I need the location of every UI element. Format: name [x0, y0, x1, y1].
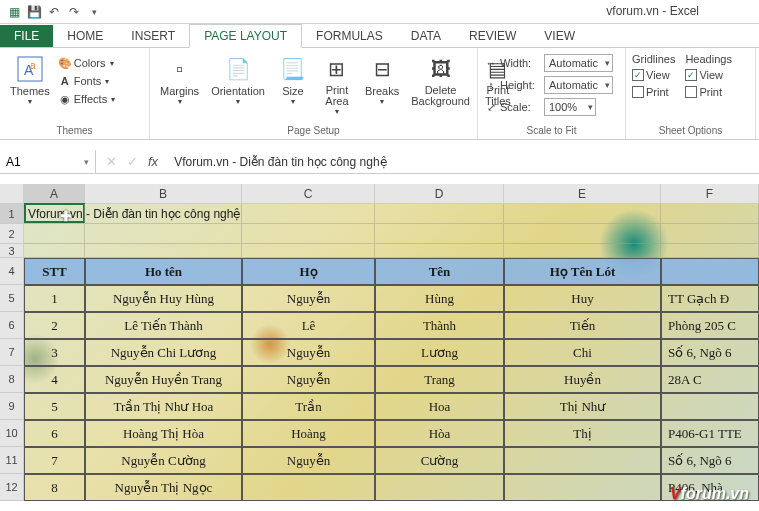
tab-page-layout[interactable]: PAGE LAYOUT [189, 24, 302, 48]
table-cell[interactable]: Nguyễn [242, 285, 375, 312]
table-cell[interactable]: Nguyễn Chi Lương [85, 339, 242, 366]
tab-file[interactable]: FILE [0, 25, 53, 47]
table-cell[interactable]: Trần [242, 393, 375, 420]
select-all-corner[interactable] [0, 184, 24, 204]
tab-formulas[interactable]: FORMULAS [302, 25, 397, 47]
table-cell[interactable]: Hòa [375, 420, 504, 447]
table-cell[interactable]: Hoa [375, 393, 504, 420]
table-cell[interactable]: 1 [24, 285, 85, 312]
table-cell[interactable] [375, 474, 504, 501]
themes-button[interactable]: Aa Themes ▾ [6, 51, 54, 123]
table-cell[interactable] [242, 474, 375, 501]
row-header[interactable]: 5 [0, 285, 24, 312]
name-box[interactable]: A1▾ [0, 150, 96, 173]
table-cell[interactable] [504, 474, 661, 501]
table-cell[interactable]: 7 [24, 447, 85, 474]
gridlines-print-checkbox[interactable]: Print [632, 85, 675, 99]
cell[interactable] [85, 244, 242, 258]
table-cell[interactable]: 28A C [661, 366, 759, 393]
col-header-a[interactable]: A [24, 184, 85, 204]
table-cell[interactable]: Nguyễn [242, 339, 375, 366]
table-cell[interactable]: Nguyễn Huy Hùng [85, 285, 242, 312]
print-area-button[interactable]: ⊞Print Area▾ [317, 51, 357, 123]
header-ho[interactable]: Họ [242, 258, 375, 285]
col-header-b[interactable]: B [85, 184, 242, 204]
row-header[interactable]: 10 [0, 420, 24, 447]
table-cell[interactable]: Huy [504, 285, 661, 312]
cell[interactable] [242, 204, 375, 224]
table-cell[interactable]: Thị [504, 420, 661, 447]
row-header-2[interactable]: 2 [0, 224, 24, 244]
undo-icon[interactable]: ↶ [46, 4, 62, 20]
table-cell[interactable]: Cường [375, 447, 504, 474]
width-combo[interactable]: Automatic [544, 54, 613, 72]
col-header-e[interactable]: E [504, 184, 661, 204]
table-cell[interactable]: Hùng [375, 285, 504, 312]
cell[interactable] [375, 244, 504, 258]
header-f[interactable] [661, 258, 759, 285]
table-cell[interactable]: Nguyễn Huyền Trang [85, 366, 242, 393]
col-header-c[interactable]: C [242, 184, 375, 204]
cell[interactable] [661, 244, 759, 258]
headings-print-checkbox[interactable]: Print [685, 85, 731, 99]
tab-insert[interactable]: INSERT [117, 25, 189, 47]
colors-button[interactable]: 🎨Colors▾ [58, 55, 115, 71]
scale-combo[interactable]: 100% [544, 98, 596, 116]
headings-view-checkbox[interactable]: ✓View [685, 68, 731, 82]
cell[interactable] [242, 224, 375, 244]
cell[interactable] [24, 224, 85, 244]
row-header[interactable]: 11 [0, 447, 24, 474]
cell[interactable] [242, 244, 375, 258]
table-cell[interactable]: 4 [24, 366, 85, 393]
cell[interactable] [661, 204, 759, 224]
table-cell[interactable]: Nguyễn [242, 366, 375, 393]
table-cell[interactable]: Hoàng [242, 420, 375, 447]
table-cell[interactable]: Lê [242, 312, 375, 339]
table-cell[interactable]: 3 [24, 339, 85, 366]
breaks-button[interactable]: ⊟Breaks▾ [361, 51, 403, 123]
delete-background-button[interactable]: 🖼Delete Background [407, 51, 474, 123]
table-cell[interactable]: Thành [375, 312, 504, 339]
table-cell[interactable]: 2 [24, 312, 85, 339]
table-cell[interactable]: 5 [24, 393, 85, 420]
save-icon[interactable]: 💾 [26, 4, 42, 20]
tab-view[interactable]: VIEW [530, 25, 589, 47]
header-hotenlot[interactable]: Họ Tên Lót [504, 258, 661, 285]
table-cell[interactable]: Trang [375, 366, 504, 393]
cell[interactable] [85, 224, 242, 244]
margins-button[interactable]: ▫Margins▾ [156, 51, 203, 123]
table-cell[interactable]: Phòng 205 C [661, 312, 759, 339]
redo-icon[interactable]: ↷ [66, 4, 82, 20]
enter-icon[interactable]: ✓ [127, 154, 138, 169]
table-cell[interactable]: Lê Tiến Thành [85, 312, 242, 339]
header-ten[interactable]: Tên [375, 258, 504, 285]
table-cell[interactable]: 8 [24, 474, 85, 501]
table-cell[interactable] [661, 393, 759, 420]
table-cell[interactable]: Nguyễn Thị Ngọc [85, 474, 242, 501]
table-cell[interactable]: Số 6, Ngõ 6 [661, 447, 759, 474]
tab-data[interactable]: DATA [397, 25, 455, 47]
cell[interactable] [375, 224, 504, 244]
row-header[interactable]: 6 [0, 312, 24, 339]
cell[interactable] [375, 204, 504, 224]
effects-button[interactable]: ◉Effects▾ [58, 91, 115, 107]
row-header[interactable]: 12 [0, 474, 24, 501]
table-cell[interactable]: Tiến [504, 312, 661, 339]
gridlines-view-checkbox[interactable]: ✓View [632, 68, 675, 82]
cell[interactable] [504, 224, 661, 244]
table-cell[interactable]: TT Gạch Đ [661, 285, 759, 312]
row-header-3[interactable]: 3 [0, 244, 24, 258]
row-header-4[interactable]: 4 [0, 258, 24, 285]
table-cell[interactable]: Nguyễn [242, 447, 375, 474]
table-cell[interactable]: Nguyễn Cường [85, 447, 242, 474]
table-cell[interactable]: Huyền [504, 366, 661, 393]
cell[interactable] [661, 224, 759, 244]
col-header-f[interactable]: F [661, 184, 759, 204]
table-cell[interactable]: Hoàng Thị Hòa [85, 420, 242, 447]
formula-input[interactable]: Vforum.vn - Diễn đàn tin học công nghệ [168, 155, 759, 169]
qat-dropdown-icon[interactable]: ▾ [86, 4, 102, 20]
cancel-icon[interactable]: ✕ [106, 154, 117, 169]
size-button[interactable]: 📃Size▾ [273, 51, 313, 123]
table-cell[interactable]: Số 6, Ngõ 6 [661, 339, 759, 366]
table-cell[interactable]: 6 [24, 420, 85, 447]
